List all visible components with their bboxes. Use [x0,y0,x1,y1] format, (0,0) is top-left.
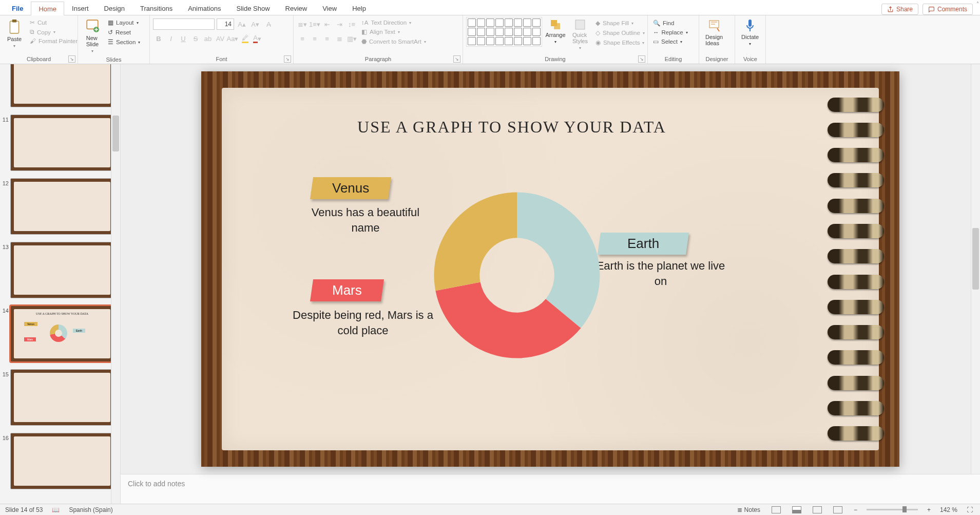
select-button[interactable]: ▭Select▾ [651,37,684,46]
decrease-indent-button[interactable]: ⇤ [321,18,333,30]
sorter-view-button[interactable] [790,506,803,513]
language-indicator[interactable]: Spanish (Spain) [69,506,112,513]
shadow-button[interactable]: ab [202,33,214,44]
comments-button[interactable]: Comments [923,4,973,15]
increase-font-button[interactable]: A▴ [236,18,247,30]
tab-help[interactable]: Help [344,1,374,15]
reading-view-button[interactable] [811,506,824,513]
slide-thumbnail[interactable] [10,369,114,426]
decrease-font-button[interactable]: A▾ [249,18,261,30]
slide-thumbnails-panel[interactable]: 11 12 13 14 USE A GRAPH TO SHOW YOUR DAT… [0,64,121,504]
tab-design[interactable]: Design [97,1,132,15]
tab-animations[interactable]: Animations [180,1,228,15]
layout-button[interactable]: ▦Layout▾ [106,18,142,27]
notes-toggle-button[interactable]: ≣Notes [735,506,762,513]
numbering-button[interactable]: 1≡▾ [309,18,320,30]
align-right-button[interactable]: ≡ [321,33,333,44]
shape-outline-button[interactable]: ◇Shape Outline▾ [593,28,647,37]
paste-button[interactable]: Paste ▾ [3,17,26,50]
change-case-button[interactable]: Aa▾ [227,33,238,44]
slide-title[interactable]: USE A GRAPH TO SHOW YOUR DATA [222,118,802,137]
convert-smartart-button[interactable]: ⬣Convert to SmartArt▾ [359,37,428,46]
earth-tape-label[interactable]: Earth [598,233,689,255]
thumbnail-scrollbar[interactable] [111,64,120,504]
italic-button[interactable]: I [165,33,177,44]
dialog-launcher[interactable]: ↘ [453,55,460,63]
line-spacing-button[interactable]: ↕≡ [346,18,357,30]
slide-thumbnail[interactable] [10,64,114,107]
find-button[interactable]: 🔍Find [651,18,676,28]
scrollbar-thumb[interactable] [972,228,979,290]
strike-button[interactable]: S [190,33,201,44]
donut-chart[interactable] [430,188,604,363]
normal-view-button[interactable] [770,506,783,513]
reset-button[interactable]: ↺Reset [106,28,142,37]
venus-description[interactable]: Venus has a beautiful name [299,205,432,235]
dialog-launcher[interactable]: ↘ [638,55,645,63]
slide-thumbnail[interactable] [10,242,114,298]
new-slide-button[interactable]: New Slide ▾ [81,17,104,55]
columns-button[interactable]: ▥▾ [346,33,357,44]
format-painter-button[interactable]: 🖌Format Painter [28,37,80,45]
increase-indent-button[interactable]: ⇥ [334,18,345,30]
slide-thumbnail[interactable] [10,178,114,235]
quick-styles-button[interactable]: Quick Styles▾ [569,17,591,52]
dictate-button[interactable]: Dictate▾ [738,17,762,48]
align-center-button[interactable]: ≡ [309,33,320,44]
shape-fill-button[interactable]: ◆Shape Fill▾ [593,18,647,28]
clear-formatting-button[interactable]: A̶ [263,18,274,30]
bold-button[interactable]: B [153,33,164,44]
zoom-percentage[interactable]: 142 % [940,506,957,513]
shape-effects-button[interactable]: ◉Shape Effects▾ [593,38,647,47]
section-button[interactable]: ☰Section▾ [106,37,142,47]
font-color-button[interactable]: A▾ [252,33,263,44]
slide-thumbnail[interactable] [10,115,114,171]
arrange-button[interactable]: Arrange▾ [544,17,567,46]
highlight-button[interactable]: 🖉 [239,33,251,44]
replace-button[interactable]: ↔Replace▾ [651,28,690,36]
cut-button[interactable]: ✂Cut [28,18,80,27]
scrollbar-thumb[interactable] [112,116,119,151]
spellcheck-button[interactable]: 📖 [50,506,62,513]
align-text-button[interactable]: ◧Align Text▾ [359,27,428,36]
tab-home[interactable]: Home [31,2,64,15]
justify-button[interactable]: ≣ [334,33,345,44]
earth-description[interactable]: Earth is the planet we live on [591,258,730,289]
zoom-out-button[interactable]: − [852,506,859,513]
tab-slideshow[interactable]: Slide Show [229,1,278,15]
collapse-ribbon-button[interactable]: ˄ [976,1,979,7]
zoom-in-button[interactable]: + [925,506,933,513]
text-direction-button[interactable]: ↕AText Direction▾ [359,18,428,27]
font-name-combo[interactable] [153,18,215,30]
current-slide[interactable]: USE A GRAPH TO SHOW YOUR DATA Venus Venu… [201,71,899,467]
zoom-slider-thumb[interactable] [902,506,907,512]
align-left-button[interactable]: ≡ [297,33,308,44]
shape-gallery[interactable] [466,17,542,47]
bullets-button[interactable]: ≣▾ [297,18,308,30]
dialog-launcher[interactable]: ↘ [68,55,75,63]
tab-file[interactable]: File [4,1,31,15]
char-spacing-button[interactable]: AV [215,33,226,44]
copy-button[interactable]: ⧉Copy▾ [28,28,80,36]
stage-scrollbar[interactable] [971,64,980,474]
dialog-launcher[interactable]: ↘ [284,55,291,63]
slide-thumbnail[interactable] [10,433,114,489]
tab-transitions[interactable]: Transitions [132,1,180,15]
mars-description[interactable]: Despite being red, Mars is a cold place [289,308,437,338]
donut-slice-earth[interactable] [517,193,600,328]
share-button[interactable]: Share [881,4,918,15]
zoom-slider[interactable] [867,509,918,510]
font-size-combo[interactable]: 14 [217,18,234,30]
tab-review[interactable]: Review [278,1,315,15]
notes-pane[interactable]: Click to add notes [121,474,980,504]
fit-to-window-button[interactable]: ⛶ [965,506,975,513]
slide-thumbnail-selected[interactable]: USE A GRAPH TO SHOW YOUR DATA Venus Mars… [10,306,114,362]
venus-tape-label[interactable]: Venus [310,177,391,199]
mars-tape-label[interactable]: Mars [310,279,384,301]
donut-slice-venus[interactable] [434,193,517,291]
design-ideas-button[interactable]: Design Ideas [702,17,726,48]
underline-button[interactable]: U [178,33,189,44]
slideshow-view-button[interactable] [831,506,844,513]
tab-insert[interactable]: Insert [64,1,97,15]
tab-view[interactable]: View [315,1,344,15]
